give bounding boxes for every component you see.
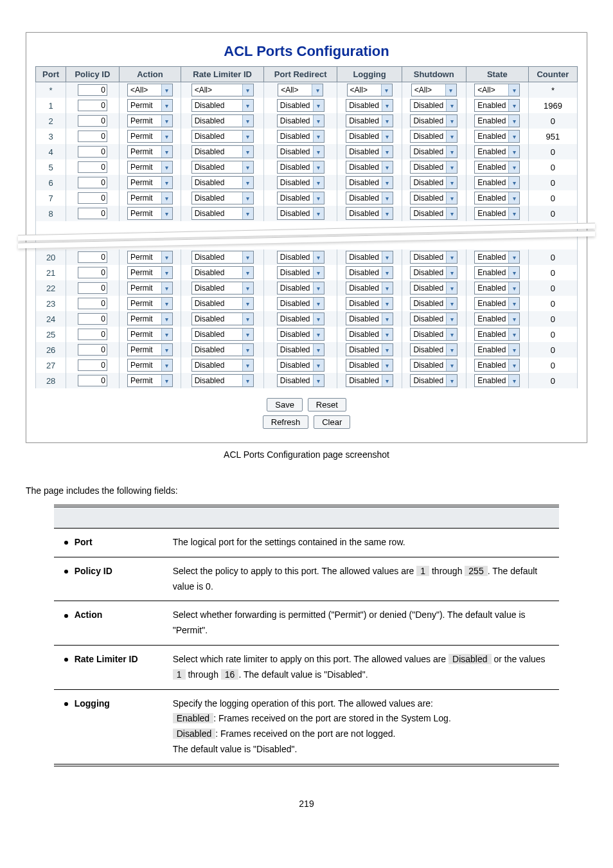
logging-select[interactable]: Disabled▾ bbox=[346, 130, 393, 143]
port-redirect-select[interactable]: Disabled▾ bbox=[277, 312, 324, 325]
action-select[interactable]: Permit▾ bbox=[127, 192, 173, 204]
state-select[interactable]: Enabled▾ bbox=[474, 359, 520, 372]
shutdown-select[interactable]: Disabled▾ bbox=[410, 297, 458, 310]
state-select[interactable]: Enabled▾ bbox=[474, 266, 520, 279]
policy-id-input[interactable] bbox=[78, 208, 107, 219]
action-select[interactable]: Permit▾ bbox=[127, 130, 173, 143]
port-redirect-select[interactable]: Disabled▾ bbox=[277, 161, 324, 174]
logging-select[interactable]: <All>▾ bbox=[347, 84, 393, 96]
action-select[interactable]: Permit▾ bbox=[127, 328, 173, 341]
state-select[interactable]: Enabled▾ bbox=[474, 176, 520, 189]
shutdown-select[interactable]: Disabled▾ bbox=[410, 359, 458, 372]
policy-id-input[interactable] bbox=[78, 282, 107, 294]
policy-id-input[interactable] bbox=[78, 177, 107, 188]
action-select[interactable]: Permit▾ bbox=[127, 312, 173, 325]
rate-limiter-select[interactable]: Disabled▾ bbox=[191, 207, 254, 220]
policy-id-input[interactable] bbox=[78, 344, 107, 356]
action-select[interactable]: Permit▾ bbox=[127, 359, 173, 372]
shutdown-select[interactable]: Disabled▾ bbox=[410, 145, 458, 158]
rate-limiter-select[interactable]: Disabled▾ bbox=[191, 114, 254, 127]
rate-limiter-select[interactable]: Disabled▾ bbox=[191, 297, 254, 310]
shutdown-select[interactable]: Disabled▾ bbox=[410, 282, 458, 294]
state-select[interactable]: Enabled▾ bbox=[474, 312, 520, 325]
rate-limiter-select[interactable]: Disabled▾ bbox=[191, 130, 254, 143]
logging-select[interactable]: Disabled▾ bbox=[346, 374, 393, 387]
state-select[interactable]: Enabled▾ bbox=[474, 130, 520, 143]
rate-limiter-select[interactable]: Disabled▾ bbox=[191, 99, 254, 112]
rate-limiter-select[interactable]: Disabled▾ bbox=[191, 328, 254, 341]
logging-select[interactable]: Disabled▾ bbox=[346, 297, 393, 310]
rate-limiter-select[interactable]: Disabled▾ bbox=[191, 343, 254, 356]
logging-select[interactable]: Disabled▾ bbox=[346, 207, 393, 220]
rate-limiter-select[interactable]: Disabled▾ bbox=[191, 282, 254, 294]
action-select[interactable]: Permit▾ bbox=[127, 176, 173, 189]
rate-limiter-select[interactable]: Disabled▾ bbox=[191, 374, 254, 387]
port-redirect-select[interactable]: Disabled▾ bbox=[277, 297, 324, 310]
port-redirect-select[interactable]: Disabled▾ bbox=[277, 192, 324, 204]
shutdown-select[interactable]: Disabled▾ bbox=[410, 374, 458, 387]
rate-limiter-select[interactable]: Disabled▾ bbox=[191, 266, 254, 279]
policy-id-input[interactable] bbox=[78, 251, 107, 263]
port-redirect-select[interactable]: <All>▾ bbox=[278, 84, 323, 96]
action-select[interactable]: Permit▾ bbox=[127, 251, 173, 264]
state-select[interactable]: Enabled▾ bbox=[474, 207, 520, 220]
policy-id-input[interactable] bbox=[78, 298, 107, 309]
state-select[interactable]: Enabled▾ bbox=[474, 114, 520, 127]
state-select[interactable]: Enabled▾ bbox=[474, 297, 520, 310]
action-select[interactable]: Permit▾ bbox=[127, 99, 173, 112]
rate-limiter-select[interactable]: Disabled▾ bbox=[191, 145, 254, 158]
shutdown-select[interactable]: Disabled▾ bbox=[410, 266, 458, 279]
state-select[interactable]: <All>▾ bbox=[474, 84, 520, 96]
shutdown-select[interactable]: Disabled▾ bbox=[410, 99, 458, 112]
state-select[interactable]: Enabled▾ bbox=[474, 251, 520, 264]
shutdown-select[interactable]: Disabled▾ bbox=[410, 251, 458, 264]
action-select[interactable]: <All>▾ bbox=[127, 84, 173, 96]
shutdown-select[interactable]: Disabled▾ bbox=[410, 114, 458, 127]
action-select[interactable]: Permit▾ bbox=[127, 343, 173, 356]
refresh-button[interactable]: Refresh bbox=[263, 415, 309, 429]
state-select[interactable]: Enabled▾ bbox=[474, 161, 520, 174]
shutdown-select[interactable]: Disabled▾ bbox=[410, 343, 458, 356]
state-select[interactable]: Enabled▾ bbox=[474, 192, 520, 204]
port-redirect-select[interactable]: Disabled▾ bbox=[277, 114, 324, 127]
port-redirect-select[interactable]: Disabled▾ bbox=[277, 207, 324, 220]
port-redirect-select[interactable]: Disabled▾ bbox=[277, 359, 324, 372]
reset-button[interactable]: Reset bbox=[308, 398, 346, 411]
rate-limiter-select[interactable]: Disabled▾ bbox=[191, 176, 254, 189]
port-redirect-select[interactable]: Disabled▾ bbox=[277, 251, 324, 264]
policy-id-input[interactable] bbox=[78, 329, 107, 340]
port-redirect-select[interactable]: Disabled▾ bbox=[277, 374, 324, 387]
policy-id-input[interactable] bbox=[78, 131, 107, 142]
shutdown-select[interactable]: Disabled▾ bbox=[410, 192, 458, 204]
rate-limiter-select[interactable]: Disabled▾ bbox=[191, 251, 254, 264]
port-redirect-select[interactable]: Disabled▾ bbox=[277, 99, 324, 112]
shutdown-select[interactable]: Disabled▾ bbox=[410, 130, 458, 143]
state-select[interactable]: Enabled▾ bbox=[474, 328, 520, 341]
logging-select[interactable]: Disabled▾ bbox=[346, 192, 393, 204]
state-select[interactable]: Enabled▾ bbox=[474, 374, 520, 387]
logging-select[interactable]: Disabled▾ bbox=[346, 343, 393, 356]
port-redirect-select[interactable]: Disabled▾ bbox=[277, 343, 324, 356]
action-select[interactable]: Permit▾ bbox=[127, 145, 173, 158]
port-redirect-select[interactable]: Disabled▾ bbox=[277, 282, 324, 294]
logging-select[interactable]: Disabled▾ bbox=[346, 266, 393, 279]
logging-select[interactable]: Disabled▾ bbox=[346, 99, 393, 112]
port-redirect-select[interactable]: Disabled▾ bbox=[277, 176, 324, 189]
shutdown-select[interactable]: Disabled▾ bbox=[410, 328, 458, 341]
logging-select[interactable]: Disabled▾ bbox=[346, 312, 393, 325]
clear-button[interactable]: Clear bbox=[314, 415, 350, 429]
logging-select[interactable]: Disabled▾ bbox=[346, 161, 393, 174]
action-select[interactable]: Permit▾ bbox=[127, 161, 173, 174]
rate-limiter-select[interactable]: Disabled▾ bbox=[191, 312, 254, 325]
logging-select[interactable]: Disabled▾ bbox=[346, 176, 393, 189]
logging-select[interactable]: Disabled▾ bbox=[346, 251, 393, 264]
shutdown-select[interactable]: Disabled▾ bbox=[410, 207, 458, 220]
policy-id-input[interactable] bbox=[78, 313, 107, 325]
rate-limiter-select[interactable]: Disabled▾ bbox=[191, 192, 254, 204]
policy-id-input[interactable] bbox=[78, 267, 107, 278]
action-select[interactable]: Permit▾ bbox=[127, 374, 173, 387]
logging-select[interactable]: Disabled▾ bbox=[346, 145, 393, 158]
policy-id-input[interactable] bbox=[78, 161, 107, 173]
policy-id-input[interactable] bbox=[78, 146, 107, 158]
logging-select[interactable]: Disabled▾ bbox=[346, 328, 393, 341]
